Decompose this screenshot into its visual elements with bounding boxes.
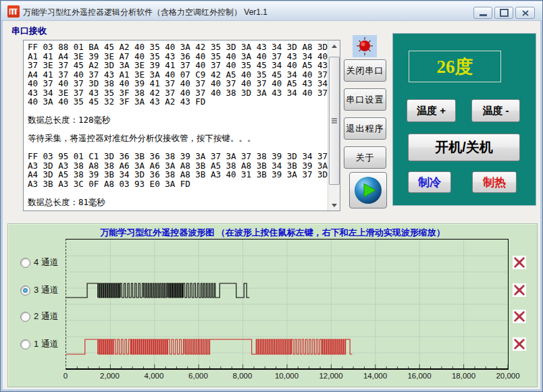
log-line: 40 3A 40 35 45 32 3F 3A 43 A2 43 FD [28, 97, 328, 107]
serial-group-label: 串口接收 [11, 25, 47, 37]
ac-control-panel: 26度 温度 + 温度 - 开机/关机 制冷 制热 [392, 33, 536, 206]
clear-channel-3-button[interactable] [513, 283, 526, 297]
log-line: 37 3E 37 45 A2 3D 3A 3E 39 41 37 40 37 4… [28, 61, 328, 70]
heat-button[interactable]: 制热 [472, 171, 517, 193]
minimize-button[interactable] [473, 7, 492, 19]
close-icon [522, 10, 529, 16]
channel-radio-3[interactable]: 3 通道 [20, 283, 59, 298]
log-line: A4 41 37 40 37 43 A1 3E 3A 40 07 C9 42 A… [28, 70, 328, 80]
play-send-button[interactable] [349, 172, 387, 208]
app-window: 万能学习型红外遥控器逻辑分析软件（含格力空调红外控制） Ver1.1 串口接收 … [0, 0, 543, 392]
channel-radio-4[interactable]: 4 通道 [20, 255, 59, 270]
waveform-trace [66, 283, 249, 298]
grip-icon [332, 118, 337, 119]
waveform-chart[interactable] [66, 239, 509, 370]
log-line [28, 107, 328, 116]
x-tick-label: 14,000 [363, 372, 387, 380]
channel-radio-2[interactable]: 2 通道 [20, 309, 59, 324]
temperature-display: 26度 [409, 51, 501, 82]
log-line [28, 143, 328, 152]
waveform-panel: 万能学习型红外遥控器波形图 （在波形上按住鼠标左键，右下和左上滑动实现波形缩放）… [7, 223, 538, 387]
x-axis-labels: 02,0004,0006,0008,00010,00012,00014,0001… [8, 372, 537, 381]
log-line: A4 3D A5 38 39 3B 34 3D 36 38 A8 3B A3 4… [28, 170, 328, 179]
temp-up-button[interactable]: 温度 + [407, 99, 456, 122]
cool-button[interactable]: 制冷 [408, 171, 451, 193]
scroll-down-button[interactable] [328, 200, 340, 211]
channel-radio-1[interactable]: 1 通道 [20, 337, 59, 352]
clear-channel-1-button[interactable] [513, 337, 526, 351]
arrow-up-icon [332, 45, 337, 48]
x-tick-label: 20,000 [496, 372, 519, 380]
x-tick-label: 4,000 [145, 372, 164, 380]
button-label: 关闭串口 [346, 65, 384, 77]
log-line: 数据总长度：128毫秒 [28, 115, 328, 125]
button-label: 制热 [483, 175, 506, 190]
channel-label: 1 通道 [34, 338, 59, 350]
log-line [28, 125, 328, 134]
close-button[interactable] [515, 7, 535, 19]
app-logo-icon [7, 5, 20, 18]
red-x-icon [513, 256, 525, 269]
temp-down-button[interactable]: 温度 - [471, 99, 520, 122]
x-tick-label: 18,000 [452, 372, 475, 380]
power-button[interactable]: 开机/关机 [408, 134, 520, 161]
led-icon [353, 35, 377, 57]
x-tick-label: 12,000 [319, 372, 342, 380]
arrow-down-icon [332, 204, 337, 207]
serial-settings-button[interactable]: 串口设置 [344, 88, 386, 111]
waveform-trace [66, 339, 352, 354]
scrollbar[interactable] [328, 40, 340, 211]
log-line: FF 03 95 01 C1 3D 36 3B 36 38 39 3A 37 3… [28, 152, 328, 161]
title-bar: 万能学习型红外遥控器逻辑分析软件（含格力空调红外控制） Ver1.1 [1, 1, 543, 21]
button-label: 退出程序 [346, 123, 384, 135]
x-tick-label: 0 [63, 372, 68, 380]
button-label: 制冷 [418, 175, 441, 190]
x-tick-label: 16,000 [407, 372, 431, 380]
red-x-icon [513, 284, 525, 296]
clear-channel-4-button[interactable] [513, 256, 526, 269]
button-label: 关于 [356, 152, 375, 164]
button-label: 温度 + [417, 105, 446, 117]
scroll-thumb[interactable] [329, 57, 340, 185]
channel-label: 2 通道 [34, 310, 59, 323]
button-label: 温度 - [482, 105, 509, 117]
scroll-up-button[interactable] [328, 40, 340, 51]
radio-icon[interactable] [20, 258, 30, 268]
serial-log: FF 03 88 01 BA 45 A2 40 35 40 3A 42 35 3… [24, 40, 328, 211]
waveform-svg [66, 240, 508, 368]
restore-button[interactable] [494, 7, 513, 19]
log-line [28, 188, 328, 198]
exit-program-button[interactable]: 退出程序 [344, 117, 386, 140]
about-button[interactable]: 关于 [344, 146, 386, 169]
log-line: A1 41 A4 3E 39 3E A7 40 35 43 36 40 35 4… [28, 52, 328, 61]
channel-label: 4 通道 [34, 256, 59, 269]
red-x-icon [513, 310, 525, 323]
log-line: 40 37 40 37 3D 38 40 39 41 37 40 37 40 3… [28, 79, 328, 88]
restore-icon [500, 9, 509, 17]
log-line: A3 3B A3 3C 0F A8 03 93 E0 3A FD [28, 179, 328, 189]
log-line: 等待采集，将遥控器对准红外分析仪接收管，按下按键。。。 [28, 134, 328, 143]
play-icon [353, 175, 383, 205]
minimize-icon [480, 14, 487, 16]
x-tick-label: 10,000 [275, 372, 299, 380]
serial-status-led [353, 35, 377, 57]
close-serial-button[interactable]: 关闭串口 [344, 59, 386, 82]
waveform-title: 万能学习型红外遥控器波形图 （在波形上按住鼠标左键，右下和左上滑动实现波形缩放） [8, 227, 537, 239]
clear-channel-2-button[interactable] [513, 310, 526, 323]
x-tick-label: 2,000 [100, 372, 120, 380]
window-title: 万能学习型红外遥控器逻辑分析软件（含格力空调红外控制） Ver1.1 [23, 7, 267, 18]
red-x-icon [513, 338, 525, 350]
log-line: 数据总长度：81毫秒 [28, 198, 328, 207]
x-tick-label: 6,000 [188, 372, 208, 380]
serial-log-box[interactable]: FF 03 88 01 BA 45 A2 40 35 40 3A 42 35 3… [23, 40, 340, 211]
radio-icon[interactable] [20, 285, 30, 296]
channel-label: 3 通道 [34, 284, 59, 296]
button-label: 开机/关机 [435, 138, 493, 157]
x-tick-label: 8,000 [233, 372, 253, 380]
button-label: 串口设置 [346, 94, 384, 106]
radio-icon[interactable] [20, 312, 30, 322]
log-line: 43 34 3E 37 43 35 3F 38 42 37 40 37 40 3… [28, 88, 328, 98]
log-line: A3 3D A3 38 A8 38 A6 3A A6 3A A8 3B A5 3… [28, 161, 328, 171]
log-line: FF 03 88 01 BA 45 A2 40 35 40 3A 42 35 3… [28, 43, 328, 52]
radio-icon[interactable] [20, 339, 30, 349]
